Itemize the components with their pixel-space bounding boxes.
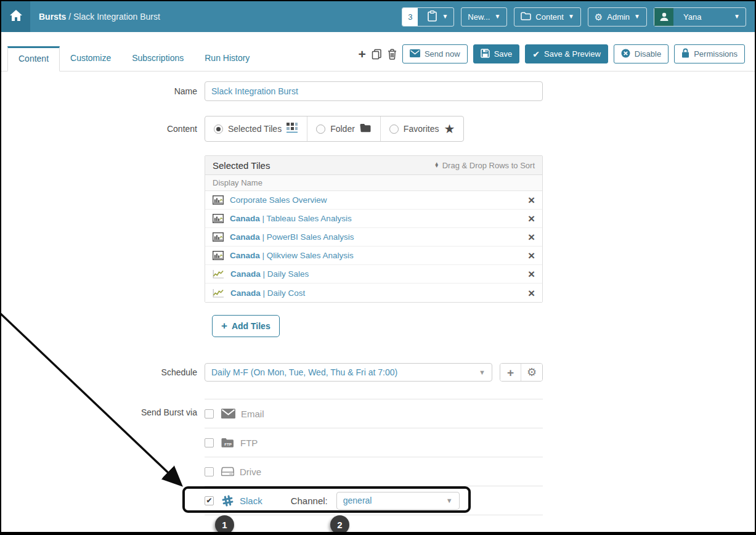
save-preview-label: Save & Preview <box>544 49 601 59</box>
ftp-label: FTP <box>240 438 258 448</box>
send-now-label: Send now <box>425 49 460 59</box>
ftp-checkbox[interactable] <box>205 438 214 447</box>
chevron-down-icon: ▼ <box>479 369 486 376</box>
send-row-drive: Drive <box>205 457 543 486</box>
tile-link[interactable]: Canada | Tableau Sales Analysis <box>230 214 352 223</box>
send-burst-via-label: Send Burst via <box>1 399 205 515</box>
gear-icon: ⚙ <box>527 366 537 379</box>
plus-icon: + <box>221 320 227 332</box>
schedule-label: Schedule <box>1 367 205 377</box>
trash-icon[interactable] <box>388 49 397 60</box>
tile-link[interactable]: Corporate Sales Overview <box>230 195 327 205</box>
permissions-button[interactable]: Permissions <box>674 44 745 63</box>
check-icon: ✔ <box>532 49 540 59</box>
remove-icon[interactable]: × <box>528 231 535 243</box>
bar-chart-icon <box>213 195 224 205</box>
content-menu-label: Content <box>535 12 564 22</box>
schedule-select[interactable]: Daily M-F (On Mon, Tue, Wed, Thu & Fri a… <box>205 363 492 382</box>
tile-link[interactable]: Canada | Daily Sales <box>230 269 309 279</box>
name-label: Name <box>1 86 205 96</box>
envelope-icon <box>221 409 235 419</box>
channel-select[interactable]: general ▼ <box>336 492 460 510</box>
tile-link[interactable]: Canada | PowerBI Sales Analysis <box>230 232 354 242</box>
chevron-down-icon: ▼ <box>734 14 740 20</box>
radio-selected-tiles-label: Selected Tiles <box>228 124 282 134</box>
radio-selected-tiles[interactable]: Selected Tiles <box>205 116 307 141</box>
add-icon[interactable]: + <box>359 47 366 60</box>
channel-value: general <box>343 496 372 505</box>
remove-icon[interactable]: × <box>528 268 535 280</box>
email-label: Email <box>241 409 264 419</box>
new-menu-button[interactable]: New... ▼ <box>461 7 507 27</box>
sort-hint-label: Drag & Drop Rows to Sort <box>442 161 535 170</box>
gear-icon: ⚙ <box>595 12 603 22</box>
add-tiles-button[interactable]: + Add Tiles <box>212 315 280 337</box>
radio-favorites[interactable]: Favorites ★ <box>381 116 464 141</box>
add-tiles-label: Add Tiles <box>232 321 270 331</box>
save-button[interactable]: Save <box>473 44 520 63</box>
display-name-column-header: Display Name <box>205 175 542 191</box>
drive-checkbox[interactable] <box>205 467 214 476</box>
slack-checkbox[interactable]: ✔ <box>205 496 214 505</box>
avatar <box>654 8 673 26</box>
save-disk-icon <box>481 49 490 60</box>
tab-customize[interactable]: Customize <box>60 46 121 71</box>
radio-dot <box>389 125 399 134</box>
home-button[interactable] <box>1 1 30 32</box>
schedule-settings-button[interactable]: ⚙ <box>521 364 542 381</box>
table-row: Canada | PowerBI Sales Analysis× <box>205 228 542 247</box>
send-row-email: Email <box>205 399 543 428</box>
remove-icon[interactable]: × <box>528 213 535 224</box>
radio-folder-label: Folder <box>330 124 355 134</box>
table-row: Corporate Sales Overview× <box>205 191 542 210</box>
ftp-folder-icon: FTP <box>221 438 235 448</box>
remove-icon[interactable]: × <box>528 250 535 261</box>
circle-x-icon <box>621 49 630 60</box>
content-label: Content <box>1 124 205 134</box>
save-preview-button[interactable]: ✔ Save & Preview <box>525 44 608 63</box>
tab-content[interactable]: Content <box>7 46 60 71</box>
tile-link[interactable]: Canada | Qlikview Sales Analysis <box>230 251 354 260</box>
breadcrumb-current: Slack Integration Burst <box>73 12 160 22</box>
email-checkbox[interactable] <box>205 409 214 419</box>
app-window: Bursts / Slack Integration Burst 3 ▼ New… <box>0 0 756 535</box>
sort-arrows-icon: ▲▼ <box>434 163 439 168</box>
breadcrumb-section[interactable]: Bursts <box>39 12 66 22</box>
tab-subscriptions[interactable]: Subscriptions <box>121 46 194 71</box>
save-label: Save <box>494 49 513 59</box>
burst-form: Name Content Selected Tiles <box>1 81 755 515</box>
remove-icon[interactable]: × <box>528 194 535 206</box>
radio-folder[interactable]: Folder <box>307 116 381 141</box>
content-menu-button[interactable]: Content ▼ <box>514 7 580 27</box>
radio-dot <box>316 125 325 134</box>
disable-button[interactable]: Disable <box>614 44 669 63</box>
bar-chart-icon <box>213 251 224 260</box>
add-schedule-button[interactable]: + <box>500 364 521 381</box>
admin-menu-button[interactable]: ⚙ Admin ▼ <box>588 7 647 27</box>
channel-label: Channel: <box>291 496 328 506</box>
user-menu-button[interactable]: Yana ▼ <box>654 7 746 27</box>
send-now-button[interactable]: Send now <box>402 44 468 63</box>
tab-run-history[interactable]: Run History <box>194 46 260 71</box>
line-chart-icon <box>213 288 224 298</box>
chevron-down-icon: ▼ <box>634 14 640 20</box>
clipboard-dropdown[interactable]: 3 ▼ <box>402 7 454 27</box>
chevron-down-icon: ▼ <box>494 14 500 20</box>
permissions-label: Permissions <box>694 49 738 59</box>
name-input[interactable] <box>205 81 543 101</box>
breadcrumb: Bursts / Slack Integration Burst <box>39 12 160 22</box>
line-chart-icon <box>213 269 224 279</box>
table-row: Canada | Qlikview Sales Analysis× <box>205 247 542 265</box>
schedule-actions: + ⚙ <box>500 363 543 382</box>
svg-text:FTP: FTP <box>224 441 232 446</box>
send-row-slack: ✔ Slack Channel: general ▼ 1 2 <box>205 486 543 515</box>
bar-chart-icon <box>213 232 224 242</box>
breadcrumb-separator: / <box>66 12 73 22</box>
tile-link[interactable]: Canada | Daily Cost <box>230 288 305 298</box>
drive-label: Drive <box>240 467 261 477</box>
callout-2-badge: 2 <box>330 515 349 534</box>
disable-label: Disable <box>635 49 661 59</box>
remove-icon[interactable]: × <box>528 287 535 299</box>
duplicate-icon[interactable] <box>372 49 382 60</box>
folder-icon <box>521 12 531 22</box>
